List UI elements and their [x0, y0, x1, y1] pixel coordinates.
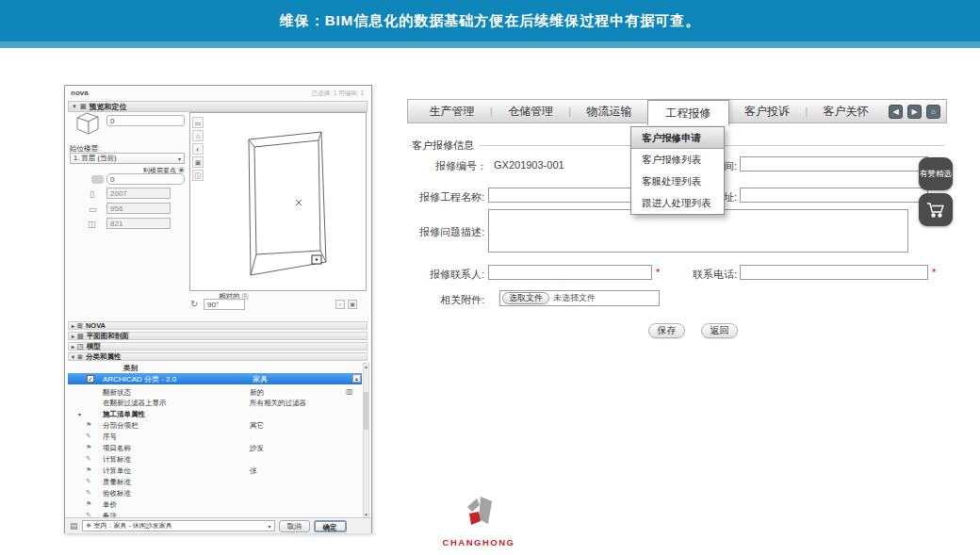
properties-scrollbar[interactable]: ▲ ▼: [363, 363, 369, 519]
banner-text: 维保：BIM信息化的数据基础方便在后续维保过程中有据可查。: [280, 12, 701, 30]
row-spinner-icon[interactable]: ▴: [352, 374, 361, 383]
dropdown-arrow-icon: ▾: [269, 523, 271, 530]
project-name-input[interactable]: [488, 188, 652, 203]
banner-bottom-strip: [0, 41, 980, 48]
elevation-input[interactable]: [106, 173, 185, 185]
repair-dropdown-menu: 客户报修申请 客户报修列表 客服处理列表 跟进人处理列表: [630, 126, 725, 215]
panel-floorplan-section[interactable]: ▸ ▤ 平面图和剖面: [68, 332, 368, 340]
required-asterisk: *: [932, 267, 936, 278]
file-upload-control: 选取文件 未选择文件: [499, 290, 660, 306]
property-pencil-icon: ✎: [86, 478, 91, 485]
property-flag-icon: ⚑: [86, 421, 91, 429]
panel-preview-and-positioning[interactable]: ▼ ▣ 预览和定位: [68, 101, 368, 112]
project-addr-input[interactable]: [740, 188, 928, 203]
3d-view-icon[interactable]: ◐: [192, 143, 204, 155]
menu-item-repair-request[interactable]: 客户报修申请: [631, 127, 724, 149]
home-story-value: 1. 首层 (当前): [74, 154, 116, 163]
menu-item-service-list[interactable]: 客服处理列表: [631, 171, 724, 192]
main-tab-bar: 生产管理 | 仓储管理 | 物流运输 工程报修 客户投诉 | 客户关怀 ◀ ▶ …: [407, 99, 947, 123]
nav-home-icon[interactable]: ⌂: [926, 105, 940, 119]
menu-item-repair-list[interactable]: 客户报修列表: [631, 149, 724, 171]
dialog-footer: ▤ ◈ 室内：家具 - 休闲沙发家具 ▾ 取消 确定: [65, 517, 371, 533]
ok-button[interactable]: 确定: [314, 520, 347, 532]
photo-view-icon[interactable]: ▣: [192, 156, 204, 168]
tab-engineering-repair[interactable]: 工程报修: [647, 100, 729, 125]
bim-settings-dialog: nova 已选择: 1 可编辑: 1 ▼ ▣ 预览和定位 始位楼层: 1. 首层…: [64, 85, 372, 533]
phone-label: 联系电话:: [671, 268, 737, 282]
width-dimension-icon: ▭: [89, 204, 97, 214]
attachment-label: 相关附件:: [418, 293, 484, 307]
changhong-emblem-icon: [461, 494, 497, 531]
contact-input[interactable]: [488, 265, 652, 280]
cancel-button[interactable]: 取消: [279, 520, 310, 532]
nav-back-icon[interactable]: ◀: [889, 105, 903, 119]
classification-name: ARCHICAD 分类 - 2.0: [103, 374, 176, 384]
dimension-2-input[interactable]: [106, 203, 171, 214]
view-toggle-1-icon[interactable]: ▫: [335, 300, 345, 309]
required-asterisk: *: [656, 267, 660, 278]
anchor-icon: ▣: [178, 167, 185, 173]
top-banner: 维保：BIM信息化的数据基础方便在后续维保过程中有据可查。: [0, 0, 980, 41]
shopping-cart-icon: [926, 202, 945, 219]
height-dimension-icon: ▯: [90, 189, 94, 199]
menu-item-follow-list[interactable]: 跟进人处理列表: [631, 192, 724, 214]
cart-float-button[interactable]: [919, 193, 953, 226]
project-name-label: 报修工程名称:: [407, 190, 484, 204]
problem-desc-textarea[interactable]: [488, 209, 908, 253]
nav-forward-icon[interactable]: ▶: [907, 105, 922, 119]
panel-model[interactable]: ▸ ◳ 模型: [68, 342, 368, 351]
phone-input[interactable]: [740, 265, 928, 280]
classification-value: 家具: [253, 374, 268, 384]
dimension-1-input[interactable]: [106, 188, 171, 199]
dropdown-arrow-icon: ▾: [178, 155, 181, 162]
panel-classification-properties[interactable]: ▾ ≣ 分类和属性: [68, 352, 368, 361]
property-pencil-icon: ✎: [86, 433, 91, 440]
panel-nova[interactable]: ▸ ⊞ NOVA: [68, 321, 368, 330]
problem-desc-label: 报修问题描述:: [407, 225, 484, 239]
changhong-logo: CHANGHONG: [441, 494, 516, 547]
expand-triangle-icon: ▸: [72, 333, 74, 339]
depth-dimension-icon: ◫: [88, 220, 96, 229]
form-section-title: 客户报修信息: [412, 139, 480, 153]
model-panel-icon: ◳: [77, 343, 84, 351]
choose-file-button[interactable]: 选取文件: [502, 292, 549, 304]
home-story-dropdown[interactable]: 1. 首层 (当前) ▾: [70, 153, 185, 164]
object-preview-cube-icon: [72, 109, 102, 138]
category-header: 类别: [123, 364, 138, 373]
angle-input[interactable]: [204, 299, 245, 310]
property-pencil-icon: ✎: [86, 455, 91, 463]
elevation-icon: [91, 175, 104, 184]
property-pencil-icon: ✎: [86, 489, 91, 497]
tab-warehouse[interactable]: 仓储管理: [493, 104, 569, 120]
scrollbar-thumb[interactable]: [364, 392, 368, 430]
repair-no-value: GX201903-001: [494, 159, 564, 171]
dialog-title: nova: [71, 89, 89, 97]
collapse-triangle-icon: ▾: [72, 353, 74, 360]
tab-production[interactable]: 生产管理: [414, 104, 490, 120]
changhong-wordmark: CHANGHONG: [441, 537, 516, 547]
home-view-icon[interactable]: ⌂: [192, 130, 204, 141]
rotate-icon[interactable]: ↻: [190, 299, 198, 309]
offset-input[interactable]: [106, 115, 185, 126]
checkbox-icon[interactable]: ✓: [87, 375, 94, 383]
element-path-dropdown[interactable]: ◈ 室内：家具 - 休闲沙发家具 ▾: [82, 520, 275, 531]
dimension-3-input[interactable]: [106, 218, 171, 229]
tab-customer-care[interactable]: 客户关怀: [808, 104, 884, 120]
property-flag-icon: ⚑: [86, 500, 91, 508]
info-icon[interactable]: ⓘ: [192, 170, 204, 181]
promo-float-button[interactable]: 有赞精选: [919, 157, 953, 190]
finish-time-input[interactable]: [740, 156, 928, 171]
expand-triangle-icon: ▸: [72, 322, 74, 329]
no-file-text: 未选择文件: [553, 292, 596, 304]
marquee-view-icon[interactable]: ▭: [192, 117, 204, 128]
classification-selected-row[interactable]: ✓ ARCHICAD 分类 - 2.0 家具 ▴: [68, 373, 362, 384]
back-button[interactable]: 返回: [701, 323, 738, 338]
repair-webapp: 生产管理 | 仓储管理 | 物流运输 工程报修 客户投诉 | 客户关怀 ◀ ▶ …: [407, 99, 947, 367]
view-toggle-2-icon[interactable]: ▣: [348, 300, 357, 309]
tab-customer-complaint[interactable]: 客户投诉: [729, 104, 806, 120]
preview-viewport[interactable]: ▭ ⌂ ◐ ▣ ⓘ: [189, 112, 367, 291]
library-icon: ▤: [70, 521, 78, 531]
scroll-up-icon[interactable]: ▲: [364, 364, 368, 370]
tab-logistics[interactable]: 物流运输: [571, 104, 647, 120]
save-button[interactable]: 保存: [648, 323, 685, 338]
